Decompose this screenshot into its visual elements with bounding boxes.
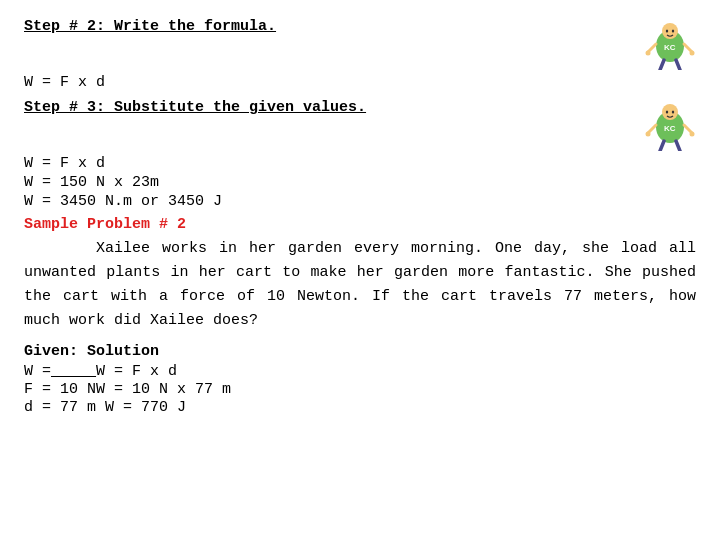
step3-text-block: Step # 3: Substitute the given values. [24, 99, 636, 116]
svg-line-4 [648, 44, 656, 52]
step2-formula: W = F x d [24, 74, 696, 91]
svg-point-17 [646, 132, 651, 137]
step3-line1: W = F x d [24, 155, 696, 172]
svg-text:KC: KC [664, 43, 676, 52]
svg-line-16 [684, 125, 692, 133]
sample-problem-paragraph: Xailee works in her garden every morning… [24, 237, 696, 333]
svg-text:KC: KC [664, 124, 676, 133]
step3-icon: KC [644, 99, 696, 151]
svg-line-9 [676, 60, 680, 70]
svg-point-7 [690, 51, 695, 56]
svg-line-8 [660, 60, 664, 70]
solution-line-1: W =_____W = F x d [24, 363, 696, 380]
sample-problem-title: Sample Problem # 2 [24, 216, 696, 233]
step2-row: Step # 2: Write the formula. [24, 18, 696, 70]
svg-point-2 [666, 30, 668, 33]
svg-point-6 [646, 51, 651, 56]
given-solution-label: Given: Solution [24, 343, 696, 360]
svg-point-3 [672, 30, 674, 33]
step2-icon: KC [644, 18, 696, 70]
step3-row: Step # 3: Substitute the given values. K… [24, 99, 696, 151]
step3-line3: W = 3450 N.m or 3450 J [24, 193, 696, 210]
svg-line-5 [684, 44, 692, 52]
step3-header: Step # 3: Substitute the given values. [24, 99, 366, 116]
step3-section: Step # 3: Substitute the given values. K… [24, 99, 696, 210]
svg-point-14 [672, 111, 674, 114]
svg-point-13 [666, 111, 668, 114]
svg-line-20 [676, 141, 680, 151]
sample-problem-section: Sample Problem # 2 Xailee works in her g… [24, 216, 696, 416]
step2-text-block: Step # 2: Write the formula. [24, 18, 636, 35]
solution-line-3: d = 77 m W = 770 J [24, 399, 696, 416]
step3-line2: W = 150 N x 23m [24, 174, 696, 191]
solution-line-2: F = 10 NW = 10 N x 77 m [24, 381, 696, 398]
svg-line-15 [648, 125, 656, 133]
step2-header: Step # 2: Write the formula. [24, 18, 276, 35]
svg-line-19 [660, 141, 664, 151]
step2-section: Step # 2: Write the formula. [24, 18, 696, 91]
svg-point-18 [690, 132, 695, 137]
